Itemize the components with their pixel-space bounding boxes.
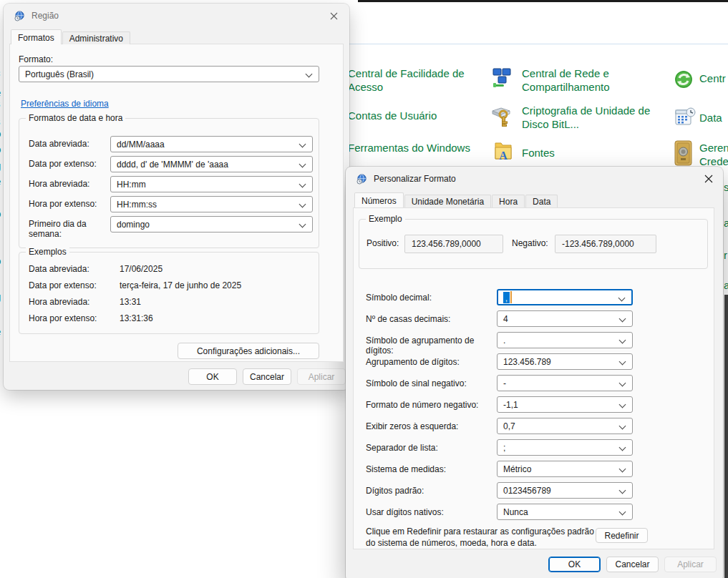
customize-tab[interactable]: Data bbox=[525, 195, 558, 207]
region-dialog-title: Região bbox=[31, 11, 59, 21]
cp-item-windows-tools[interactable]: Ferramentas do Windows bbox=[348, 141, 484, 155]
setting-row: Exibir zeros à esquerda: 0,7 0,7 bbox=[354, 418, 714, 435]
chevron-down-icon bbox=[619, 509, 626, 516]
chevron-down-icon bbox=[299, 221, 306, 228]
cp-item-user-accounts[interactable]: Contas de Usuário bbox=[348, 109, 473, 122]
text-selection: , bbox=[503, 291, 512, 303]
text-fragment: a bbox=[724, 279, 728, 292]
customize-tab[interactable]: Hora bbox=[492, 195, 525, 207]
datetime-formats-group-title: Formatos de data e hora bbox=[26, 113, 125, 123]
setting-row: Símbolo de agrupamento de dígitos: . . bbox=[354, 332, 714, 349]
customize-close-button[interactable] bbox=[702, 172, 716, 186]
setting-combobox[interactable]: 4 4 bbox=[497, 310, 633, 327]
chevron-down-icon bbox=[299, 181, 306, 188]
customize-dialog-title: Personalizar Formato bbox=[374, 174, 456, 184]
region-close-button[interactable] bbox=[326, 9, 341, 23]
format-combobox[interactable]: HH:mm:ss bbox=[110, 196, 313, 212]
customize-titlebar: Personalizar Formato bbox=[346, 167, 723, 191]
customize-tab[interactable]: Números bbox=[354, 192, 404, 207]
cp-item-fonts[interactable]: Fontes bbox=[522, 146, 593, 160]
chevron-down-icon bbox=[619, 401, 626, 408]
region-apply-button[interactable]: Aplicar bbox=[297, 368, 346, 385]
chevron-down-icon bbox=[619, 337, 626, 344]
setting-combobox[interactable]: 123.456.789 123.456.789 bbox=[497, 353, 633, 370]
setting-combobox[interactable]: , , bbox=[497, 289, 633, 305]
format-combobox[interactable]: domingo bbox=[110, 216, 313, 232]
cp-item-credential-manager[interactable]: Geren Crede bbox=[699, 141, 728, 168]
chevron-down-icon bbox=[618, 295, 626, 302]
network-icon[interactable] bbox=[492, 68, 512, 92]
cp-item-ease-of-access[interactable]: Central de Facilidade de Acesso bbox=[348, 67, 468, 94]
format-row: Primeiro dia da semana: domingo bbox=[19, 216, 319, 236]
examples-group: Exemplos Data abreviada: 17/06/2025 Data… bbox=[19, 252, 319, 334]
background-dark-window-edge bbox=[724, 295, 728, 578]
credential-manager-icon[interactable] bbox=[674, 140, 693, 170]
cp-item-date-time[interactable]: Data bbox=[699, 111, 728, 124]
globe-icon bbox=[14, 11, 25, 21]
setting-combobox[interactable]: Métrico Métrico bbox=[497, 461, 633, 477]
negative-example-field: -123.456.789,0000 bbox=[555, 235, 656, 253]
globe-icon bbox=[356, 174, 367, 185]
background-window-edge bbox=[358, 0, 728, 2]
chevron-down-icon bbox=[619, 380, 626, 387]
setting-row: Agrupamento de dígitos: 123.456.789 123.… bbox=[354, 353, 714, 371]
setting-combobox[interactable]: - - bbox=[497, 375, 633, 391]
setting-combobox[interactable]: ; ; bbox=[497, 439, 633, 456]
setting-combobox[interactable]: 0,7 0,7 bbox=[497, 418, 633, 434]
format-label: Formato: bbox=[19, 54, 53, 64]
chevron-down-icon bbox=[299, 201, 306, 208]
customize-apply-button[interactable]: Aplicar bbox=[664, 557, 717, 572]
cp-item-network-sharing[interactable]: Central de Rede e Compartilhamento bbox=[522, 67, 654, 94]
customize-tab[interactable]: Unidade Monetária bbox=[404, 195, 491, 207]
chevron-down-icon bbox=[299, 161, 306, 168]
setting-combobox[interactable]: . . bbox=[497, 332, 633, 348]
region-titlebar: Região bbox=[4, 4, 349, 28]
setting-row: Símbolo decimal: , , bbox=[354, 289, 714, 306]
example-row: Data por extenso: terça-feira, 17 de jun… bbox=[19, 278, 319, 294]
text-fragment: a bbox=[724, 217, 728, 230]
example-row: Data abreviada: 17/06/2025 bbox=[19, 261, 319, 278]
bitlocker-icon[interactable] bbox=[491, 105, 513, 131]
format-combobox[interactable]: dd/MM/aaaa bbox=[110, 136, 313, 152]
region-cancel-button[interactable]: Cancelar bbox=[243, 368, 291, 385]
setting-combobox[interactable]: -1,1 -1,1 bbox=[497, 396, 633, 413]
cp-item-sync-center[interactable]: Centr bbox=[699, 72, 728, 85]
chevron-down-icon bbox=[619, 423, 626, 430]
chevron-down-icon bbox=[619, 466, 626, 473]
additional-settings-button[interactable]: Configurações adicionais... bbox=[178, 343, 319, 359]
setting-row: Formato de número negativo: -1,1 -1,1 bbox=[354, 396, 714, 413]
region-tab-page: Formato: Português (Brasil) Preferências… bbox=[9, 44, 344, 362]
customize-cancel-button[interactable]: Cancelar bbox=[606, 557, 659, 572]
setting-row: Dígitos padrão: 0123456789 0123456789 bbox=[354, 482, 714, 499]
chevron-down-icon bbox=[619, 315, 626, 323]
example-row: Hora abreviada: 13:31 bbox=[19, 294, 319, 310]
format-row: Hora por extenso: HH:mm:ss bbox=[19, 196, 319, 216]
fonts-icon[interactable]: A bbox=[494, 140, 513, 165]
region-tab[interactable]: Administrativo bbox=[62, 31, 130, 44]
region-ok-button[interactable]: OK bbox=[188, 368, 237, 385]
svg-text:A: A bbox=[499, 150, 508, 162]
cp-item-bitlocker[interactable]: Criptografia de Unidade de Disco BitL... bbox=[522, 104, 664, 131]
reset-button[interactable]: Redefinir bbox=[596, 528, 648, 543]
example-group-title: Exemplo bbox=[366, 214, 405, 224]
format-combobox[interactable]: dddd, d' de 'MMMM' de 'aaaa bbox=[110, 156, 313, 172]
format-row: Data por extenso: dddd, d' de 'MMMM' de … bbox=[19, 156, 319, 176]
region-tab[interactable]: Formatos bbox=[11, 29, 62, 44]
region-dialog: Região FormatosAdministrativo Formato: P… bbox=[4, 4, 349, 390]
examples-group-title: Exemplos bbox=[26, 247, 69, 257]
example-row: Hora por extenso: 13:31:36 bbox=[19, 310, 319, 327]
format-row: Data abreviada: dd/MM/aaaa bbox=[19, 136, 319, 156]
setting-combobox[interactable]: Nunca Nunca bbox=[497, 504, 633, 520]
datetime-formats-group: Formatos de data e hora Data abreviada: … bbox=[19, 118, 319, 248]
sync-center-icon[interactable] bbox=[674, 69, 694, 92]
setting-row: Separador de lista: ; ; bbox=[354, 439, 714, 456]
customize-format-dialog: Personalizar Formato NúmerosUnidade Mone… bbox=[346, 167, 723, 578]
setting-row: Usar dígitos nativos: Nunca Nunca bbox=[354, 504, 714, 521]
language-preferences-link[interactable]: Preferências de idioma bbox=[21, 99, 109, 109]
format-combobox[interactable]: HH:mm bbox=[110, 176, 313, 192]
setting-combobox[interactable]: 0123456789 0123456789 bbox=[497, 482, 633, 499]
positive-label: Positivo: bbox=[367, 238, 399, 248]
format-combobox[interactable]: Português (Brasil) bbox=[19, 66, 319, 82]
date-time-icon[interactable] bbox=[675, 107, 696, 130]
customize-ok-button[interactable]: OK bbox=[548, 557, 601, 572]
